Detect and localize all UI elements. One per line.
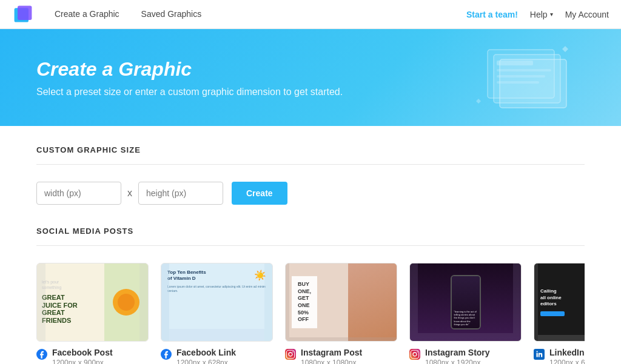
card-name-facebook-link: Facebook Link <box>176 348 236 357</box>
card-preview-instagram-post: BUYONE,GETONE50%OFF <box>285 263 397 342</box>
hero-illustration <box>463 41 585 122</box>
thumb-ig-story: "learning is the act of telling stories … <box>410 263 521 341</box>
custom-size-row: x Create <box>36 182 585 205</box>
hero-banner: Create a Graphic Select a preset size or… <box>0 29 621 126</box>
thumb-fb-post: let's poursomething GREATJUICE FORGREATF… <box>37 263 148 341</box>
hero-content: Create a Graphic Select a preset size or… <box>36 58 343 98</box>
svg-point-19 <box>417 351 418 352</box>
custom-size-section: CUSTOM GRAPHIC SIZE x Create <box>36 145 585 205</box>
svg-marker-9 <box>562 46 568 52</box>
card-preview-facebook-link: Top Ten Benefitsof Vitamin D Lorem ipsum… <box>161 263 273 342</box>
social-posts-title: SOCIAL MEDIA POSTS <box>36 227 585 236</box>
ig-story-text: "learning is the act of telling stories … <box>454 310 477 326</box>
card-info-instagram-post: Instagram Post 1080px x 1080px <box>301 348 362 364</box>
hero-subtitle: Select a preset size or enter a custom g… <box>36 87 343 98</box>
svg-marker-10 <box>476 99 481 104</box>
card-info-facebook-link: Facebook Link 1200px x 628px <box>176 348 236 364</box>
ig-story-screen: "learning is the act of telling stories … <box>452 276 480 328</box>
help-menu[interactable]: Help <box>530 10 553 19</box>
create-button[interactable]: Create <box>232 182 287 205</box>
svg-rect-6 <box>497 69 551 71</box>
instagram-story-icon <box>409 349 420 362</box>
card-label-linkedin-post: LinkedIn Post 1200px x 628px <box>534 348 585 364</box>
thumb-li-post: Callingall onlineeditors <box>534 263 585 341</box>
card-instagram-story[interactable]: "learning is the act of telling stories … <box>409 263 522 364</box>
start-team-link[interactable]: Start a team! <box>466 10 518 19</box>
custom-size-title: CUSTOM GRAPHIC SIZE <box>36 145 585 154</box>
card-preview-facebook-post: let's poursomething GREATJUICE FORGREATF… <box>36 263 149 342</box>
card-name-facebook-post: Facebook Post <box>52 348 113 357</box>
hero-title: Create a Graphic <box>36 58 343 81</box>
card-name-instagram-story: Instagram Story <box>425 348 490 357</box>
card-preview-instagram-story: "learning is the act of telling stories … <box>409 263 522 342</box>
svg-point-15 <box>292 351 294 352</box>
facebook-icon <box>36 349 47 362</box>
custom-size-divider <box>36 164 585 165</box>
svg-rect-7 <box>497 75 545 78</box>
main-content: CUSTOM GRAPHIC SIZE x Create SOCIAL MEDI… <box>0 126 621 364</box>
card-facebook-link[interactable]: Top Ten Benefitsof Vitamin D Lorem ipsum… <box>161 263 273 364</box>
card-name-instagram-post: Instagram Post <box>301 348 362 357</box>
app-logo[interactable] <box>12 4 34 25</box>
nav-saved-graphics[interactable]: Saved Graphics <box>130 0 213 29</box>
svg-rect-5 <box>497 61 533 65</box>
size-separator: x <box>127 188 132 199</box>
card-info-linkedin-post: LinkedIn Post 1200px x 628px <box>549 348 585 364</box>
thumb-fb-link: Top Ten Benefitsof Vitamin D Lorem ipsum… <box>161 263 272 341</box>
card-label-instagram-story: Instagram Story 1080px x 1920px <box>409 348 522 364</box>
card-info-instagram-story: Instagram Story 1080px x 1920px <box>425 348 490 364</box>
instagram-post-icon <box>285 349 296 362</box>
card-name-linkedin-post: LinkedIn Post <box>549 348 585 357</box>
svg-rect-1 <box>18 5 32 19</box>
card-label-instagram-post: Instagram Post 1080px x 1080px <box>285 348 397 364</box>
social-posts-section: SOCIAL MEDIA POSTS let's poursomething G… <box>36 227 585 364</box>
card-preview-linkedin-post: Callingall onlineeditors <box>534 263 585 342</box>
card-instagram-post[interactable]: BUYONE,GETONE50%OFF Instagram Post 1080p… <box>285 263 397 364</box>
svg-rect-8 <box>497 81 539 84</box>
social-posts-divider <box>36 245 585 246</box>
nav-create-graphic[interactable]: Create a Graphic <box>44 0 130 29</box>
card-label-facebook-link: Facebook Link 1200px x 628px <box>161 348 273 364</box>
card-dims-linkedin-post: 1200px x 628px <box>549 359 585 364</box>
card-dims-facebook-post: 1200px x 900px <box>52 359 113 364</box>
card-linkedin-post[interactable]: Callingall onlineeditors <box>534 263 585 364</box>
card-dims-facebook-link: 1200px x 628px <box>176 359 236 364</box>
facebook-link-icon <box>161 349 172 362</box>
navbar: Create a Graphic Saved Graphics Start a … <box>0 0 621 29</box>
nav-right: Start a team! Help My Account <box>466 10 609 19</box>
ig-story-phone: "learning is the act of telling stories … <box>451 275 481 329</box>
card-facebook-post[interactable]: let's poursomething GREATJUICE FORGREATF… <box>36 263 149 364</box>
card-label-facebook-post: Facebook Post 1200px x 900px <box>36 348 149 364</box>
card-dims-instagram-post: 1080px x 1080px <box>301 359 362 364</box>
nav-links: Create a Graphic Saved Graphics <box>44 0 466 29</box>
width-input[interactable] <box>36 182 121 205</box>
thumb-ig-post: BUYONE,GETONE50%OFF <box>286 263 397 341</box>
card-info-facebook-post: Facebook Post 1200px x 900px <box>52 348 113 364</box>
my-account-menu[interactable]: My Account <box>565 10 609 19</box>
linkedin-icon <box>534 349 545 362</box>
cards-row: let's poursomething GREATJUICE FORGREATF… <box>36 263 585 364</box>
height-input[interactable] <box>138 182 223 205</box>
svg-rect-4 <box>488 50 554 98</box>
card-dims-instagram-story: 1080px x 1920px <box>425 359 490 364</box>
